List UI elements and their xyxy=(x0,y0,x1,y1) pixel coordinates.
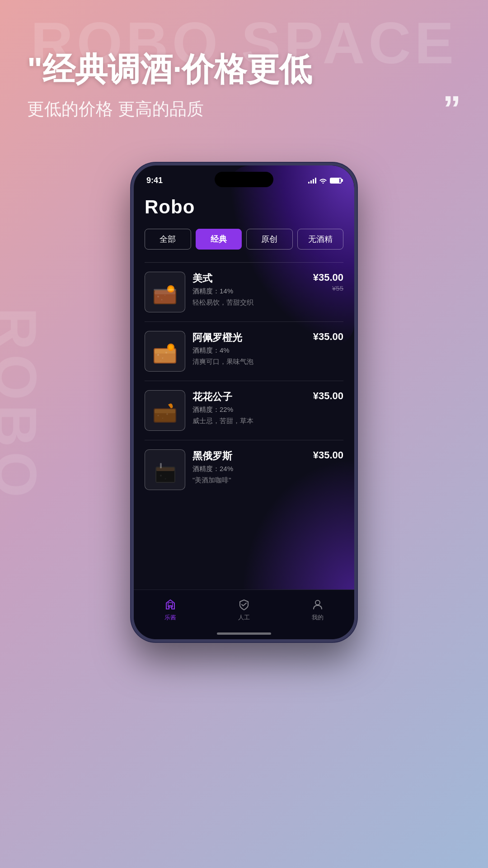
category-tabs: 全部 经典 原创 无酒精 xyxy=(145,229,343,250)
svg-point-8 xyxy=(164,295,165,296)
top-divider xyxy=(145,262,343,263)
svg-rect-5 xyxy=(154,289,176,291)
app-logo: Robo xyxy=(145,196,343,218)
drink-info-apollo: 阿佩罗橙光 酒精度：4% 清爽可口，果味气泡 xyxy=(192,331,306,366)
drink-item-playboy[interactable]: 花花公子 酒精度：22% 威士忌，苦甜，草本 ¥35.00 xyxy=(145,390,343,440)
nav-item-profile[interactable]: 我的 xyxy=(310,597,325,622)
quote-end: ” xyxy=(443,88,461,130)
app-content: Robo 全部 经典 原创 无酒精 xyxy=(134,196,354,499)
svg-rect-20 xyxy=(155,409,175,413)
nav-item-service[interactable]: 人工 xyxy=(237,597,251,622)
svg-point-29 xyxy=(165,478,166,480)
svg-point-6 xyxy=(157,296,159,297)
nav-icon-service xyxy=(237,597,251,612)
cocktail-svg-meishi xyxy=(149,276,181,308)
drink-desc-playboy: 威士忌，苦甜，草本 xyxy=(192,417,306,425)
signal-icon xyxy=(308,177,316,184)
drink-item-apollo[interactable]: 阿佩罗橙光 酒精度：4% 清爽可口，果味气泡 ¥35.00 xyxy=(145,331,343,381)
drink-name-apollo: 阿佩罗橙光 xyxy=(192,331,306,344)
tab-nonalcohol[interactable]: 无酒精 xyxy=(297,229,344,250)
nav-icon-home xyxy=(163,597,178,612)
watermark-left: ROBO xyxy=(0,307,45,502)
price-current-apollo: ¥35.00 xyxy=(313,331,343,343)
tab-classic[interactable]: 经典 xyxy=(196,229,242,250)
cocktail-svg-blackrussian xyxy=(149,454,181,486)
drink-price-apollo: ¥35.00 xyxy=(313,331,343,343)
price-current-meishi: ¥35.00 xyxy=(313,272,343,283)
drink-alcohol-meishi: 酒精度：14% xyxy=(192,287,306,296)
tab-all[interactable]: 全部 xyxy=(145,229,191,250)
drink-info-blackrussian: 黑俄罗斯 酒精度：24% "美酒加咖啡" xyxy=(192,449,306,485)
svg-point-28 xyxy=(160,475,162,476)
header-title: "经典调酒·价格更低 xyxy=(27,50,461,89)
svg-rect-27 xyxy=(156,471,174,482)
svg-point-22 xyxy=(162,418,163,419)
wifi-icon xyxy=(319,177,327,184)
phone-inner: 9:41 R xyxy=(134,165,354,639)
svg-point-21 xyxy=(158,415,159,416)
drink-alcohol-apollo: 酒精度：4% xyxy=(192,346,306,355)
drink-image-apollo xyxy=(145,331,185,372)
svg-point-14 xyxy=(157,354,159,356)
svg-rect-26 xyxy=(156,467,174,471)
drink-alcohol-playboy: 酒精度：22% xyxy=(192,406,306,414)
drink-desc-apollo: 清爽可口，果味气泡 xyxy=(192,358,306,366)
phone-frame: 9:41 R xyxy=(131,163,357,642)
price-original-meishi: ¥55 xyxy=(313,284,343,292)
svg-point-17 xyxy=(160,360,161,361)
drink-price-playboy: ¥35.00 xyxy=(313,390,343,402)
nav-label-home: 乐酱 xyxy=(164,613,176,622)
svg-point-7 xyxy=(161,299,163,301)
drink-image-blackrussian xyxy=(145,449,185,490)
drink-price-blackrussian: ¥35.00 xyxy=(313,449,343,461)
nav-icon-profile xyxy=(310,597,325,612)
home-indicator xyxy=(217,632,271,635)
drink-item-blackrussian[interactable]: 黑俄罗斯 酒精度：24% "美酒加咖啡" ¥35.00 xyxy=(145,449,343,499)
svg-point-15 xyxy=(162,358,164,359)
dynamic-island xyxy=(215,172,273,187)
drink-name-blackrussian: 黑俄罗斯 xyxy=(192,449,306,463)
svg-point-32 xyxy=(315,600,320,605)
nav-label-profile: 我的 xyxy=(312,613,324,622)
cocktail-svg-playboy xyxy=(149,395,181,426)
drink-alcohol-blackrussian: 酒精度：24% xyxy=(192,465,306,473)
tab-original[interactable]: 原创 xyxy=(246,229,293,250)
drink-price-meishi: ¥35.00 ¥55 xyxy=(313,272,343,292)
drink-name-meishi: 美式 xyxy=(192,272,306,285)
svg-point-23 xyxy=(166,413,168,415)
drink-info-playboy: 花花公子 酒精度：22% 威士忌，苦甜，草本 xyxy=(192,390,306,425)
status-icons xyxy=(308,177,342,184)
drink-info-meishi: 美式 酒精度：14% 轻松易饮，苦甜交织 xyxy=(192,272,306,307)
svg-point-13 xyxy=(169,345,173,349)
battery-icon xyxy=(330,178,342,184)
status-time: 9:41 xyxy=(146,176,163,185)
drink-image-playboy xyxy=(145,390,185,431)
drink-image-meishi xyxy=(145,272,185,312)
header-subtitle: 更低的价格 更高的品质 xyxy=(27,98,461,121)
price-current-playboy: ¥35.00 xyxy=(313,390,343,402)
cocktail-svg-apollo xyxy=(149,335,181,367)
drink-name-playboy: 花花公子 xyxy=(192,390,306,404)
price-current-blackrussian: ¥35.00 xyxy=(313,449,343,461)
nav-item-home[interactable]: 乐酱 xyxy=(163,597,178,622)
drink-desc-blackrussian: "美酒加咖啡" xyxy=(192,476,306,485)
drink-item-meishi[interactable]: 美式 酒精度：14% 轻松易饮，苦甜交织 ¥35.00 ¥55 xyxy=(145,272,343,322)
svg-rect-30 xyxy=(160,463,162,468)
drink-desc-meishi: 轻松易饮，苦甜交织 xyxy=(192,298,306,307)
bottom-nav: 乐酱 人工 我的 xyxy=(134,590,354,639)
nav-label-service: 人工 xyxy=(238,613,250,622)
header-section: "经典调酒·价格更低 更低的价格 更高的品质 ” xyxy=(27,50,461,121)
svg-point-16 xyxy=(165,352,167,354)
